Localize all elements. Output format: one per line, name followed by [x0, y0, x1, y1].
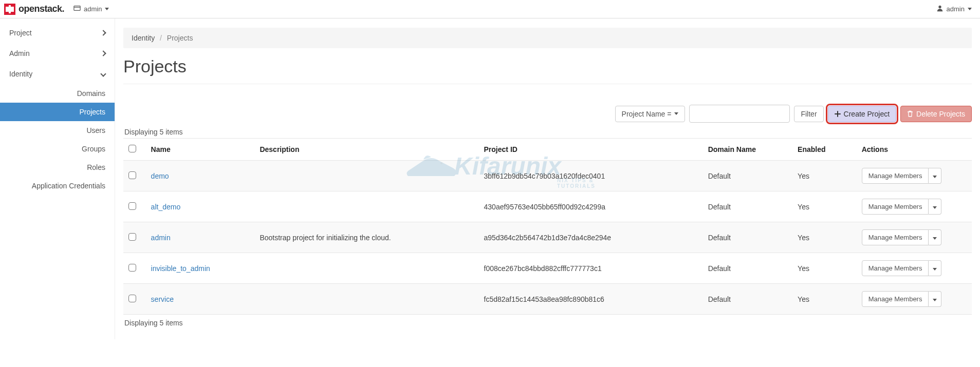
project-domain-name: Default [703, 191, 792, 222]
sidebar-item-groups[interactable]: Groups [0, 140, 115, 158]
project-name-link[interactable]: demo [151, 172, 169, 180]
manage-members-button[interactable]: Manage Members [862, 291, 929, 307]
user-icon [936, 5, 944, 13]
displaying-count-bottom: Displaying 5 items [124, 319, 972, 327]
col-header-domain-name[interactable]: Domain Name [703, 139, 792, 161]
project-id: a95d364c2b564742b1d3e7da4c8e294e [479, 222, 703, 253]
table-row: invisible_to_admin f008ce267bc84bbd882cf… [123, 253, 972, 284]
create-project-button[interactable]: Create Project [828, 106, 896, 122]
svg-rect-3 [11, 5, 14, 7]
table-row: service fc5d82af15c14453a8ea98fc890b81c6… [123, 284, 972, 315]
page-title: Projects [123, 56, 972, 76]
svg-rect-4 [6, 12, 9, 13]
delete-projects-button[interactable]: Delete Projects [900, 106, 972, 122]
user-label: admin [947, 5, 965, 13]
openstack-icon [4, 4, 15, 15]
sidebar-item-roles[interactable]: Roles [0, 158, 115, 177]
breadcrumb-separator: / [160, 34, 162, 42]
row-checkbox[interactable] [128, 264, 136, 272]
manage-members-button[interactable]: Manage Members [862, 199, 929, 215]
sidebar-group-project[interactable]: Project [0, 23, 115, 43]
row-checkbox[interactable] [128, 171, 136, 179]
sidebar-subnav-identity: Domains Projects Users Groups Roles Appl… [0, 84, 115, 195]
trash-icon [907, 110, 913, 117]
chevron-right-icon [100, 30, 106, 35]
col-header-project-id[interactable]: Project ID [479, 139, 703, 161]
project-domain-name: Default [703, 253, 792, 284]
sidebar: Project Admin Identity Domains Projects … [0, 18, 115, 339]
chevron-down-icon [100, 71, 106, 76]
project-enabled: Yes [792, 161, 857, 191]
row-actions: Manage Members [862, 229, 967, 245]
project-enabled: Yes [792, 191, 857, 222]
row-checkbox[interactable] [128, 233, 136, 241]
select-all-checkbox[interactable] [128, 145, 136, 152]
project-description: Bootstrap project for initializing the c… [254, 222, 478, 253]
svg-point-8 [938, 6, 941, 8]
filter-input[interactable] [689, 105, 790, 123]
table-row: alt_demo 430aef95763e405bb65ff00d92c4299… [123, 191, 972, 222]
row-actions: Manage Members [862, 199, 967, 215]
caret-down-icon [933, 268, 937, 271]
sidebar-group-label: Identity [9, 70, 32, 78]
project-description [254, 161, 478, 191]
table-header-row: Name Description Project ID Domain Name … [123, 139, 972, 161]
domain-icon [73, 5, 81, 13]
col-header-name[interactable]: Name [146, 139, 255, 161]
row-actions-dropdown[interactable] [929, 168, 941, 184]
filter-field-select[interactable]: Project Name = [615, 106, 686, 122]
col-header-enabled[interactable]: Enabled [792, 139, 857, 161]
col-header-actions: Actions [857, 139, 972, 161]
project-description [254, 191, 478, 222]
sidebar-group-identity[interactable]: Identity [0, 64, 115, 84]
caret-down-icon [674, 112, 678, 115]
project-description [254, 253, 478, 284]
breadcrumb: Identity / Projects [123, 28, 972, 48]
sidebar-item-projects[interactable]: Projects [0, 103, 115, 121]
delete-projects-label: Delete Projects [916, 110, 965, 118]
manage-members-button[interactable]: Manage Members [862, 229, 929, 245]
project-domain-name: Default [703, 161, 792, 191]
brand-name: openstack. [19, 4, 64, 14]
project-name-link[interactable]: admin [151, 234, 171, 242]
sidebar-item-users[interactable]: Users [0, 121, 115, 140]
sidebar-group-label: Project [9, 29, 32, 37]
row-checkbox[interactable] [128, 202, 136, 210]
user-menu[interactable]: admin [936, 5, 972, 13]
domain-switcher[interactable]: admin [73, 5, 109, 13]
project-name-link[interactable]: service [151, 295, 174, 303]
caret-down-icon [933, 237, 937, 240]
manage-members-button[interactable]: Manage Members [862, 168, 929, 184]
domain-label: admin [84, 5, 102, 13]
breadcrumb-parent[interactable]: Identity [132, 34, 155, 42]
filter-field-label: Project Name = [622, 110, 672, 118]
main-content: Kifarunix NIX TIPS & TUTORIALS Identity … [115, 18, 980, 339]
brand-logo[interactable]: openstack. [4, 4, 64, 15]
project-enabled: Yes [792, 222, 857, 253]
project-name-link[interactable]: alt_demo [151, 203, 181, 211]
project-name-link[interactable]: invisible_to_admin [151, 264, 210, 273]
sidebar-item-application-credentials[interactable]: Application Credentials [0, 177, 115, 195]
row-actions-dropdown[interactable] [929, 260, 941, 276]
table-row: demo 3bff612b9db54c79b03a1620fdec0401 De… [123, 161, 972, 191]
svg-rect-2 [6, 5, 9, 7]
caret-down-icon [933, 206, 937, 209]
displaying-count-top: Displaying 5 items [124, 128, 972, 136]
col-header-description[interactable]: Description [254, 139, 478, 161]
table-toolbar: Project Name = Filter Create Project Del… [123, 105, 972, 123]
svg-rect-5 [11, 12, 14, 13]
project-id: 430aef95763e405bb65ff00d92c4299a [479, 191, 703, 222]
row-actions-dropdown[interactable] [929, 199, 941, 215]
row-checkbox[interactable] [128, 295, 136, 302]
manage-members-button[interactable]: Manage Members [862, 260, 929, 276]
plus-icon [835, 111, 841, 117]
filter-button[interactable]: Filter [794, 106, 823, 122]
table-row: admin Bootstrap project for initializing… [123, 222, 972, 253]
project-id: f008ce267bc84bbd882cfffc777773c1 [479, 253, 703, 284]
project-enabled: Yes [792, 253, 857, 284]
sidebar-item-domains[interactable]: Domains [0, 84, 115, 103]
row-actions-dropdown[interactable] [929, 229, 941, 245]
caret-down-icon [968, 8, 972, 10]
sidebar-group-admin[interactable]: Admin [0, 43, 115, 64]
row-actions-dropdown[interactable] [929, 291, 941, 307]
